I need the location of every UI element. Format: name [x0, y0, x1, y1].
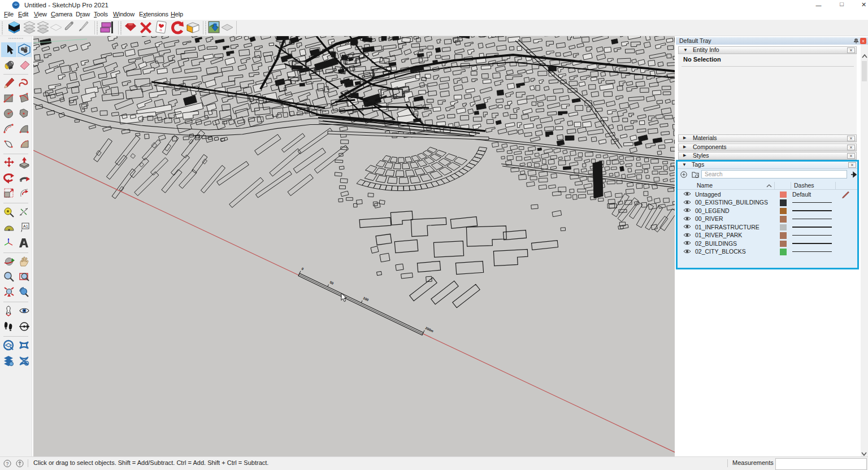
svg-text:A1: A1 [23, 224, 28, 228]
svg-text:?: ? [6, 461, 9, 467]
